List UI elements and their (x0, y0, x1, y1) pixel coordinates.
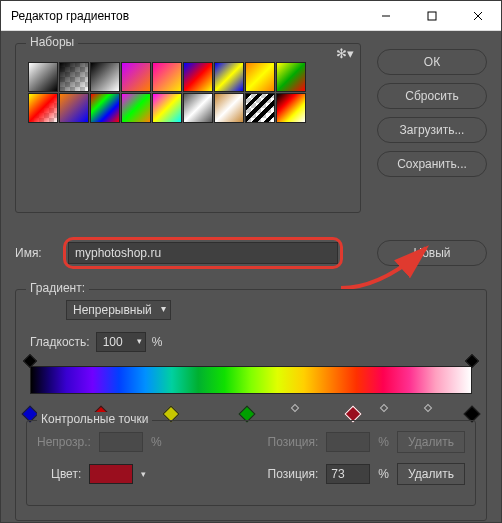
swatch[interactable] (90, 93, 120, 123)
color-position-label: Позиция: (268, 467, 319, 481)
maximize-icon (427, 11, 437, 21)
percent-label: % (378, 467, 389, 481)
swatch[interactable] (214, 62, 244, 92)
name-input-highlight (63, 237, 343, 269)
swatch[interactable] (28, 62, 58, 92)
presets-panel: Наборы ✻▾ (15, 43, 361, 213)
percent-label: % (152, 335, 163, 349)
smoothness-row: Гладкость: 100▾ % (30, 332, 476, 352)
swatch[interactable] (183, 93, 213, 123)
swatch[interactable] (90, 62, 120, 92)
window-controls (363, 1, 501, 31)
gradient-type-select[interactable]: Непрерывный (66, 300, 171, 320)
swatch[interactable] (214, 93, 244, 123)
preset-swatches (24, 58, 324, 127)
delete-color-stop-button[interactable]: Удалить (397, 463, 465, 485)
presets-label: Наборы (26, 35, 78, 49)
midpoint[interactable] (291, 404, 299, 412)
gear-icon[interactable]: ✻▾ (336, 46, 354, 61)
gradient-panel-label: Градиент: (26, 281, 89, 295)
color-label: Цвет: (51, 467, 81, 481)
delete-opacity-stop-button: Удалить (397, 431, 465, 453)
load-button[interactable]: Загрузить... (377, 117, 487, 143)
midpoint[interactable] (379, 404, 387, 412)
opacity-position-label: Позиция: (268, 435, 319, 449)
titlebar: Редактор градиентов (1, 1, 501, 31)
close-button[interactable] (455, 1, 501, 31)
percent-label: % (378, 435, 389, 449)
swatch[interactable] (152, 93, 182, 123)
swatch[interactable] (276, 62, 306, 92)
stops-panel-label: Контрольные точки (37, 412, 152, 426)
name-input[interactable] (68, 242, 338, 264)
dialog-body: Наборы ✻▾ (1, 31, 501, 522)
reset-button[interactable]: Сбросить (377, 83, 487, 109)
minimize-button[interactable] (363, 1, 409, 31)
smoothness-input[interactable]: 100▾ (96, 332, 146, 352)
swatch[interactable] (245, 93, 275, 123)
color-chip[interactable]: ▾ (89, 464, 133, 484)
swatch[interactable] (59, 93, 89, 123)
percent-label: % (151, 435, 162, 449)
swatch[interactable] (28, 93, 58, 123)
gradient-type-row: Непрерывный (66, 300, 476, 320)
swatch[interactable] (245, 62, 275, 92)
gradient-bar[interactable] (30, 366, 472, 394)
swatch[interactable] (183, 62, 213, 92)
gradient-bar-wrap (30, 366, 472, 394)
side-buttons: ОК Сбросить Загрузить... Сохранить... (377, 43, 487, 213)
gradient-editor-window: Редактор градиентов Наборы ✻▾ (0, 0, 502, 523)
gradient-panel: Градиент: Непрерывный Гладкость: 100▾ % (15, 289, 487, 521)
swatch[interactable] (121, 93, 151, 123)
smoothness-label: Гладкость: (30, 335, 90, 349)
name-row: Имя: Новый (15, 237, 487, 269)
swatch[interactable] (276, 93, 306, 123)
stops-panel: Контрольные точки Непрозр.: % Позиция: %… (26, 420, 476, 506)
name-label: Имя: (15, 246, 55, 260)
opacity-stop-row: Непрозр.: % Позиция: % Удалить (37, 431, 465, 453)
swatch[interactable] (59, 62, 89, 92)
minimize-icon (381, 11, 391, 21)
top-row: Наборы ✻▾ (15, 43, 487, 213)
opacity-position-input (326, 432, 370, 452)
svg-rect-1 (428, 12, 436, 20)
swatch[interactable] (121, 62, 151, 92)
opacity-label: Непрозр.: (37, 435, 91, 449)
color-stop-row: Цвет: ▾ Позиция: % Удалить (37, 463, 465, 485)
maximize-button[interactable] (409, 1, 455, 31)
save-button[interactable]: Сохранить... (377, 151, 487, 177)
new-button[interactable]: Новый (377, 240, 487, 266)
close-icon (473, 11, 483, 21)
swatch[interactable] (152, 62, 182, 92)
midpoint[interactable] (424, 404, 432, 412)
color-position-input[interactable] (326, 464, 370, 484)
window-title: Редактор градиентов (11, 9, 129, 23)
ok-button[interactable]: ОК (377, 49, 487, 75)
opacity-input (99, 432, 143, 452)
